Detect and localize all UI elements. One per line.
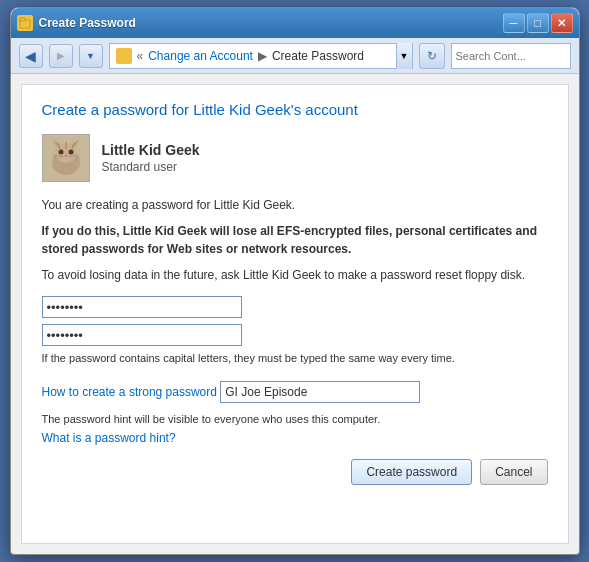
main-content: Create a password for Little Kid Geek's …	[21, 84, 569, 544]
warning-text: If you do this, Little Kid Geek will los…	[42, 222, 548, 258]
avatar-image	[43, 135, 89, 181]
hint-link[interactable]: What is a password hint?	[42, 431, 176, 445]
search-input[interactable]	[456, 50, 580, 62]
main-window: Create Password ─ □ ✕ ◀ ▶ ▼ « Change an …	[10, 7, 580, 555]
new-password-input[interactable]	[42, 296, 242, 318]
breadcrumb-arrow-sep: ▶	[258, 49, 267, 63]
breadcrumb-dropdown[interactable]: ▼	[396, 43, 412, 69]
window-icon	[17, 15, 33, 31]
address-bar: ◀ ▶ ▼ « Change an Account ▶ Create Passw…	[11, 38, 579, 74]
svg-point-7	[58, 150, 63, 155]
strong-password-link[interactable]: How to create a strong password	[42, 385, 217, 399]
forward-button[interactable]: ▶	[49, 44, 73, 68]
info-line1: You are creating a password for Little K…	[42, 196, 548, 214]
breadcrumb-current-page: Create Password	[272, 49, 364, 63]
maximize-button[interactable]: □	[527, 13, 549, 33]
svg-rect-1	[20, 18, 25, 21]
dropdown-button[interactable]: ▼	[79, 44, 103, 68]
user-role: Standard user	[102, 160, 200, 174]
close-button[interactable]: ✕	[551, 13, 573, 33]
breadcrumb-sep1: «	[137, 49, 144, 63]
user-avatar	[42, 134, 90, 182]
breadcrumb-container: « Change an Account ▶ Create Password ▼	[109, 43, 413, 69]
breadcrumb: « Change an Account ▶ Create Password	[110, 48, 396, 64]
page-title: Create a password for Little Kid Geek's …	[42, 101, 548, 118]
breadcrumb-change-account[interactable]: Change an Account	[148, 49, 253, 63]
breadcrumb-folder-icon	[116, 48, 132, 64]
hint-info: The password hint will be visible to eve…	[42, 411, 548, 428]
user-name: Little Kid Geek	[102, 142, 200, 158]
back-button[interactable]: ◀	[19, 44, 43, 68]
refresh-button[interactable]: ↻	[419, 43, 445, 69]
window-title: Create Password	[39, 16, 136, 30]
svg-point-9	[64, 155, 67, 157]
info-line2: To avoid losing data in the future, ask …	[42, 266, 548, 284]
search-bar: 🔍	[451, 43, 571, 69]
password-hint-input[interactable]	[220, 381, 420, 403]
password-fields	[42, 296, 548, 346]
button-row: Create password Cancel	[42, 459, 548, 485]
title-bar-left: Create Password	[17, 15, 136, 31]
confirm-password-input[interactable]	[42, 324, 242, 346]
title-bar: Create Password ─ □ ✕	[11, 8, 579, 38]
cancel-button[interactable]: Cancel	[480, 459, 547, 485]
user-details: Little Kid Geek Standard user	[102, 142, 200, 174]
svg-point-8	[68, 150, 73, 155]
user-info: Little Kid Geek Standard user	[42, 134, 548, 182]
caps-warning: If the password contains capital letters…	[42, 350, 548, 367]
create-password-button[interactable]: Create password	[351, 459, 472, 485]
window-controls: ─ □ ✕	[503, 13, 573, 33]
minimize-button[interactable]: ─	[503, 13, 525, 33]
